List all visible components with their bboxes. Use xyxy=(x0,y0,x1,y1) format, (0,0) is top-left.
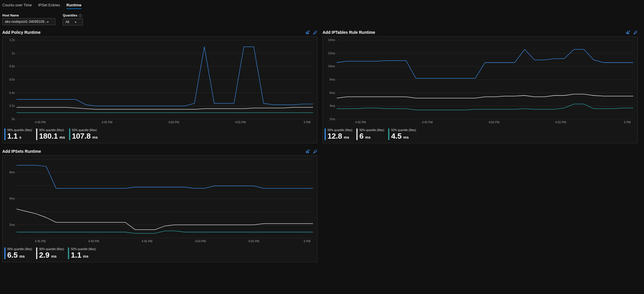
chart-card-add_iptables: Add IPTables Rule Runtime2ms4ms6ms8ms10m… xyxy=(323,29,638,143)
legend-item-q90[interactable]: 90% quantile (Max)6 ms xyxy=(356,129,384,140)
svg-text:8ms: 8ms xyxy=(330,78,335,81)
legend-value: 6 xyxy=(359,132,363,140)
svg-rect-2 xyxy=(308,32,309,34)
svg-text:4:55 PM: 4:55 PM xyxy=(555,121,566,124)
legend-item-q50[interactable]: 50% quantile (Max)1.1 ms xyxy=(68,248,96,259)
chart-plot[interactable]: 2ms4ms6ms8ms10ms12ms14ms4:40 PM4:45 PM4:… xyxy=(323,37,637,126)
quantiles-value: All xyxy=(65,20,69,24)
legend-value: 107.8 xyxy=(72,132,91,140)
svg-rect-46 xyxy=(306,151,306,153)
svg-text:4:50 PM: 4:50 PM xyxy=(168,121,179,124)
tab-bar: Counts over Time IPSet Entries Runtime xyxy=(2,2,642,11)
svg-text:4:40 PM: 4:40 PM xyxy=(88,240,99,243)
svg-text:4:40 PM: 4:40 PM xyxy=(355,121,366,124)
svg-text:4:35 PM: 4:35 PM xyxy=(35,240,46,243)
chart-title: Add IPTables Rule Runtime xyxy=(323,30,375,35)
chevron-down-icon: ▾ xyxy=(47,20,49,23)
legend-unit: ms xyxy=(91,135,98,139)
svg-rect-47 xyxy=(307,150,308,153)
svg-text:0s: 0s xyxy=(12,118,15,121)
tab-counts-over-time[interactable]: Counts over Time xyxy=(2,3,32,9)
svg-rect-48 xyxy=(308,151,309,153)
filter-quantiles: Quantiles i All ▾ xyxy=(63,14,83,25)
tab-ipset-entries[interactable]: IPSet Entries xyxy=(38,3,60,9)
legend-item-q50[interactable]: 50% quantile (Max)4.5 ms xyxy=(388,129,416,140)
svg-text:0.6s: 0.6s xyxy=(9,78,15,81)
svg-rect-24 xyxy=(627,31,628,34)
svg-text:10ms: 10ms xyxy=(328,65,335,68)
series-q99 xyxy=(16,165,313,188)
series-q99 xyxy=(16,47,313,106)
chart-legend: 99% quantile (Max)6.5 ms90% quantile (Ma… xyxy=(3,245,317,262)
tab-runtime[interactable]: Runtime xyxy=(66,3,82,9)
legend-value: 2.9 xyxy=(39,251,49,259)
svg-text:0.8s: 0.8s xyxy=(9,65,15,68)
chart-title: Add IPSets Runtime xyxy=(2,149,41,154)
svg-text:4:45 PM: 4:45 PM xyxy=(142,240,152,243)
quantiles-select[interactable]: All ▾ xyxy=(63,18,83,25)
svg-text:5 PM: 5 PM xyxy=(624,121,631,124)
log-analytics-icon[interactable] xyxy=(305,30,310,35)
log-analytics-icon[interactable] xyxy=(626,30,630,35)
svg-text:2ms: 2ms xyxy=(330,118,335,121)
chart-legend: 99% quantile (Max)1.1 s90% quantile (Max… xyxy=(3,126,317,143)
chart-plot[interactable]: 0s0.2s0.4s0.6s0.8s1s1.2s4:40 PM4:45 PM4:… xyxy=(3,37,317,126)
hostname-select[interactable]: aks-nodepool1-34099109... ▾ xyxy=(2,18,55,25)
legend-value: 1.1 xyxy=(71,251,81,259)
charts-grid: Add Policy Runtime0s0.2s0.4s0.6s0.8s1s1.… xyxy=(2,29,642,262)
svg-text:6ms: 6ms xyxy=(330,91,335,94)
svg-rect-1 xyxy=(307,31,308,34)
legend-item-q50[interactable]: 50% quantile (Max)107.8 ms xyxy=(69,129,98,140)
svg-text:6ms: 6ms xyxy=(9,171,15,174)
legend-unit: ms xyxy=(50,254,56,258)
filter-bar: Host Name aks-nodepool1-34099109... ▾ Qu… xyxy=(2,11,642,29)
pin-icon[interactable] xyxy=(313,30,317,35)
series-q50 xyxy=(16,231,313,233)
svg-text:5 PM: 5 PM xyxy=(304,240,310,243)
legend-item-q90[interactable]: 90% quantile (Max)2.9 ms xyxy=(36,248,64,259)
legend-unit: s xyxy=(18,135,21,139)
chart-legend: 99% quantile (Max)12.8 ms90% quantile (M… xyxy=(323,126,637,143)
svg-text:0.2s: 0.2s xyxy=(9,104,15,107)
pin-icon[interactable] xyxy=(633,30,638,35)
svg-text:4:45 PM: 4:45 PM xyxy=(422,121,432,124)
svg-text:4:50 PM: 4:50 PM xyxy=(488,121,499,124)
info-icon: i xyxy=(79,14,82,17)
series-q99 xyxy=(337,49,633,78)
svg-text:14ms: 14ms xyxy=(328,38,335,42)
legend-unit: ms xyxy=(402,135,408,139)
svg-rect-23 xyxy=(626,32,627,34)
chevron-down-icon: ▾ xyxy=(75,21,76,24)
svg-text:4:40 PM: 4:40 PM xyxy=(35,121,46,124)
svg-rect-0 xyxy=(306,32,306,34)
svg-text:2ms: 2ms xyxy=(9,223,15,226)
chart-card-add_ipsets: Add IPSets Runtime2ms4ms6ms4:35 PM4:40 P… xyxy=(2,148,317,262)
svg-text:4ms: 4ms xyxy=(9,197,15,200)
pin-icon[interactable] xyxy=(313,149,317,154)
quantiles-label: Quantiles i xyxy=(63,14,83,17)
svg-rect-25 xyxy=(628,32,629,34)
svg-text:0.4s: 0.4s xyxy=(9,91,15,94)
legend-unit: ms xyxy=(58,135,65,139)
legend-item-q90[interactable]: 90% quantile (Max)180.1 ms xyxy=(36,129,65,140)
svg-point-49 xyxy=(308,149,310,150)
svg-text:12ms: 12ms xyxy=(328,52,335,55)
svg-text:4:45 PM: 4:45 PM xyxy=(101,121,112,124)
legend-item-q99[interactable]: 99% quantile (Max)12.8 ms xyxy=(325,129,352,140)
svg-text:5 PM: 5 PM xyxy=(304,121,310,124)
svg-text:4ms: 4ms xyxy=(330,104,335,107)
chart-plot[interactable]: 2ms4ms6ms4:35 PM4:40 PM4:45 PM4:50 PM4:5… xyxy=(3,156,317,245)
legend-unit: ms xyxy=(343,135,349,139)
log-analytics-icon[interactable] xyxy=(305,149,310,154)
svg-text:4:55 PM: 4:55 PM xyxy=(248,240,259,243)
legend-item-q99[interactable]: 99% quantile (Max)1.1 s xyxy=(4,129,32,140)
legend-item-q99[interactable]: 99% quantile (Max)6.5 ms xyxy=(4,248,32,259)
legend-unit: ms xyxy=(364,135,371,139)
series-q90 xyxy=(16,107,313,109)
legend-value: 1.1 xyxy=(7,132,18,140)
hostname-value: aks-nodepool1-34099109... xyxy=(5,20,47,24)
hostname-label: Host Name xyxy=(2,14,55,17)
svg-point-26 xyxy=(629,30,630,31)
legend-unit: ms xyxy=(82,254,88,258)
svg-point-3 xyxy=(308,30,310,31)
